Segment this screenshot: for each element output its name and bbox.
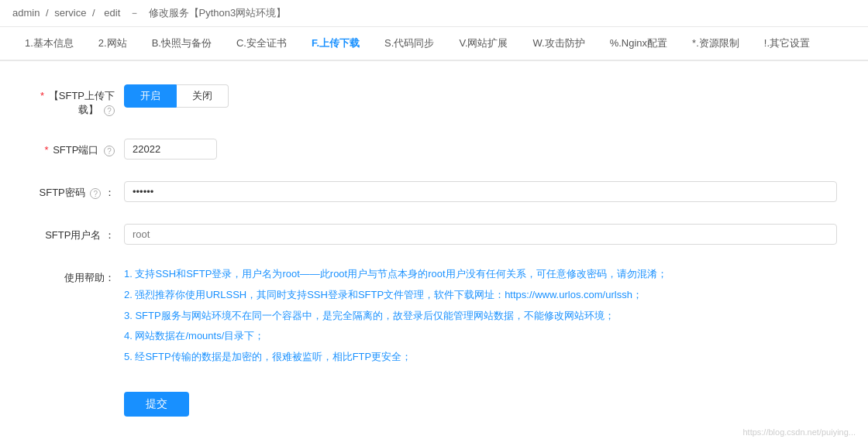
sftp-toggle-group: 开启 关闭	[124, 84, 837, 108]
sftp-username-label: SFTP用户名 ：	[31, 224, 124, 242]
main-content: * 【SFTP上传下载】 ? 开启 关闭 * SFTP端口 ? SFTP密码 ?…	[0, 61, 868, 446]
sftp-password-row: SFTP密码 ? ：	[31, 181, 837, 202]
tab-resource[interactable]: *.资源限制	[680, 27, 752, 61]
sftp-open-button[interactable]: 开启	[124, 84, 177, 108]
help-item-4: 4. 网站数据在/mounts/目录下；	[124, 328, 837, 345]
watermark: https://blog.csdn.net/puiying...	[742, 427, 856, 437]
tab-website[interactable]: 2.网站	[86, 27, 140, 61]
sftp-close-button[interactable]: 关闭	[177, 84, 229, 108]
sftp-toggle-control: 开启 关闭	[124, 84, 837, 108]
required-mark: *	[40, 90, 44, 101]
sftp-port-row: * SFTP端口 ?	[31, 139, 837, 160]
breadcrumb-sep2: /	[92, 7, 98, 19]
sftp-password-input[interactable]	[124, 181, 837, 202]
tab-snapshot[interactable]: B.快照与备份	[140, 27, 224, 61]
breadcrumb-sep3: －	[129, 7, 143, 19]
sftp-port-help-icon[interactable]: ?	[104, 146, 115, 156]
tab-ssl[interactable]: C.安全证书	[224, 27, 299, 61]
tab-sync[interactable]: S.代码同步	[372, 27, 446, 61]
sftp-username-row: SFTP用户名 ：	[31, 224, 837, 245]
tab-ftp[interactable]: F.上传下载	[299, 27, 372, 61]
help-item-2: 2. 强烈推荐你使用URLSSH，其同时支持SSH登录和SFTP文件管理，软件下…	[124, 287, 837, 304]
sftp-port-control	[124, 139, 837, 160]
sftp-port-label: * SFTP端口 ?	[31, 139, 124, 157]
breadcrumb-admin[interactable]: admin	[12, 7, 40, 19]
sftp-toggle-row: * 【SFTP上传下载】 ? 开启 关闭	[31, 84, 837, 117]
tab-other[interactable]: !.其它设置	[752, 27, 822, 61]
breadcrumb-service[interactable]: service	[54, 7, 86, 19]
sftp-password-control	[124, 181, 837, 202]
sftp-toggle-help-icon[interactable]: ?	[104, 105, 115, 116]
breadcrumb-title: 修改服务【Python3网站环境】	[149, 7, 287, 19]
sftp-port-input[interactable]	[124, 139, 217, 160]
tab-nginx[interactable]: %.Nginx配置	[598, 27, 680, 61]
tab-extend[interactable]: V.网站扩展	[446, 27, 520, 61]
help-row: 使用帮助： 1. 支持SSH和SFTP登录，用户名为root——此root用户与…	[31, 266, 837, 370]
breadcrumb-sep1: /	[46, 7, 51, 19]
tab-basic[interactable]: 1.基本信息	[12, 27, 86, 61]
sftp-username-input[interactable]	[124, 224, 837, 245]
required-mark-port: *	[44, 144, 48, 156]
help-item-5: 5. 经SFTP传输的数据是加密的，很难被监听，相比FTP更安全；	[124, 349, 837, 365]
sftp-toggle-label: * 【SFTP上传下载】 ?	[31, 84, 124, 117]
help-label: 使用帮助：	[31, 266, 124, 285]
help-item-3: 3. SFTP服务与网站环境不在同一个容器中，是完全隔离的，故登录后仅能管理网站…	[124, 308, 837, 324]
sftp-password-label: SFTP密码 ? ：	[31, 181, 124, 200]
tab-bar: 1.基本信息 2.网站 B.快照与备份 C.安全证书 F.上传下载 S.代码同步…	[0, 27, 868, 61]
tab-attack[interactable]: W.攻击防护	[521, 27, 598, 61]
breadcrumb: admin / service / edit － 修改服务【Python3网站环…	[0, 0, 868, 27]
submit-row: 提交	[31, 392, 837, 417]
breadcrumb-edit: edit	[104, 7, 120, 19]
help-item-1: 1. 支持SSH和SFTP登录，用户名为root——此root用户与节点本身的r…	[124, 266, 837, 283]
help-content: 1. 支持SSH和SFTP登录，用户名为root——此root用户与节点本身的r…	[124, 266, 837, 370]
sftp-password-help-icon[interactable]: ?	[90, 188, 101, 199]
help-list: 1. 支持SSH和SFTP登录，用户名为root——此root用户与节点本身的r…	[124, 266, 837, 365]
sftp-username-control	[124, 224, 837, 245]
submit-button[interactable]: 提交	[124, 392, 189, 417]
